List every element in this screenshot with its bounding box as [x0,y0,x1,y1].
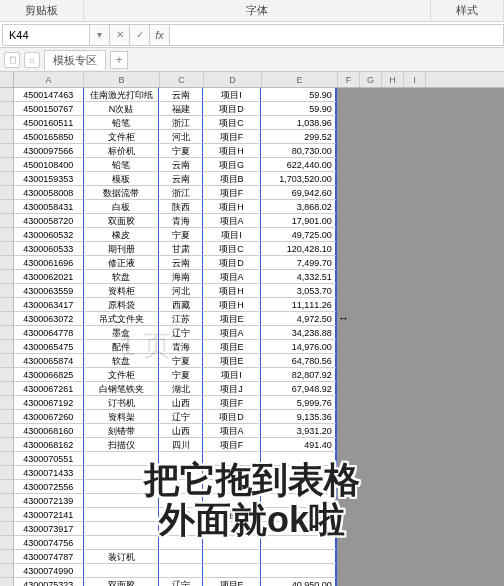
cell[interactable]: 海南 [159,270,203,284]
row-header[interactable] [0,270,14,284]
cell[interactable]: 项目A [203,424,261,438]
row-header[interactable] [0,200,14,214]
cell[interactable]: 4300072556 [14,480,84,494]
cell[interactable]: 4300072141 [14,508,84,522]
row-header[interactable] [0,340,14,354]
cell[interactable]: 4300066825 [14,368,84,382]
row-header[interactable] [0,382,14,396]
cell[interactable]: 4300065874 [14,354,84,368]
cell[interactable]: 宁夏 [159,228,203,242]
cell[interactable]: 4300075323 [14,578,84,586]
cell[interactable]: 4500150767 [14,102,84,116]
cell[interactable]: 山西 [159,396,203,410]
cell[interactable]: 数据流带 [84,186,160,200]
cell[interactable]: 7,499.70 [261,256,337,270]
cell[interactable]: 项目E [203,354,261,368]
cell[interactable]: 34,238.88 [261,326,337,340]
cell[interactable]: 佳南激光打印纸 [84,88,160,102]
cell[interactable]: 云南 [159,172,203,186]
cell[interactable]: 4300072139 [14,494,84,508]
row-header[interactable] [0,130,14,144]
cell[interactable]: 14,976.00 [261,340,337,354]
add-sheet-button[interactable]: + [110,51,128,69]
cell[interactable]: 资料架 [84,410,160,424]
tab-templates-icon[interactable]: ⌂ [24,52,40,68]
row-header[interactable] [0,578,14,586]
cell[interactable]: 622,440.00 [261,158,337,172]
cell[interactable] [84,466,160,480]
cell[interactable]: 9,135.36 [261,410,337,424]
cell[interactable] [203,452,261,466]
row-header[interactable] [0,298,14,312]
cell[interactable]: 59.90 [261,88,337,102]
cell[interactable]: 40,950.00 [261,578,337,586]
table-row[interactable]: 4500150767N次贴福建项目D59.90 [0,102,504,116]
row-header[interactable] [0,410,14,424]
cell[interactable]: 铅笔 [84,158,160,172]
cell[interactable] [203,494,261,508]
cell[interactable]: 项目F [203,438,261,452]
cell[interactable]: 4300067260 [14,410,84,424]
col-header-c[interactable]: C [160,72,204,87]
cell[interactable] [261,536,337,550]
cell[interactable]: 湖南 [159,508,203,522]
row-header[interactable] [0,368,14,382]
cell[interactable]: 4300058431 [14,200,84,214]
row-header[interactable] [0,452,14,466]
cell[interactable]: 湖北 [159,382,203,396]
cell[interactable]: 4300060532 [14,228,84,242]
grid-body[interactable]: 4500147463佳南激光打印纸云南项目I59.904500150767N次贴… [0,88,504,586]
cell[interactable]: 67,948.92 [261,382,337,396]
cell[interactable]: 辽宁 [159,326,203,340]
row-header[interactable] [0,480,14,494]
cell[interactable]: 4300063072 [14,312,84,326]
row-header[interactable] [0,102,14,116]
cell[interactable]: 491.40 [261,438,337,452]
col-header-b[interactable]: B [84,72,160,87]
cell[interactable]: 4300062021 [14,270,84,284]
cell[interactable]: 4300065475 [14,340,84,354]
cell[interactable]: 双面胶 [84,214,160,228]
col-header-a[interactable]: A [14,72,84,87]
table-row[interactable]: 4300074787装订机 [0,550,504,564]
table-row[interactable]: 4300068160刻错带山西项目A3,931.20 [0,424,504,438]
cell[interactable]: 4500165850 [14,130,84,144]
row-header[interactable] [0,172,14,186]
table-row[interactable]: 4300066825文件柜宁夏项目I82,807.92 [0,368,504,382]
cell[interactable]: 铅笔 [84,116,160,130]
cell[interactable]: 4300058720 [14,214,84,228]
cell[interactable] [159,480,203,494]
table-row[interactable]: 4300072139 [0,494,504,508]
cell[interactable]: 白板 [84,200,160,214]
cell[interactable] [159,536,203,550]
cell[interactable]: 江苏 [159,312,203,326]
row-header[interactable] [0,564,14,578]
row-header[interactable] [0,312,14,326]
cell[interactable]: 项目A [203,214,261,228]
row-header[interactable] [0,508,14,522]
cell[interactable] [261,550,337,564]
col-header-d[interactable]: D [204,72,262,87]
cell[interactable] [261,494,337,508]
cell[interactable]: 项目I [203,228,261,242]
cell[interactable]: 云南 [159,256,203,270]
cell[interactable]: 项目D [203,256,261,270]
cell[interactable]: 4300063559 [14,284,84,298]
cell[interactable]: 白钢笔铁夹 [84,382,160,396]
table-row[interactable]: 4300072556 [0,480,504,494]
cell[interactable] [84,536,160,550]
cell[interactable] [261,522,337,536]
cell[interactable]: 河北 [159,130,203,144]
table-row[interactable]: 4300067261白钢笔铁夹湖北项目J67,948.92 [0,382,504,396]
row-header[interactable] [0,144,14,158]
col-header-f[interactable]: F [338,72,360,87]
cell[interactable]: 17,901.00 [261,214,337,228]
table-row[interactable]: 4300058720双面胶青海项目A17,901.00 [0,214,504,228]
cell[interactable] [84,522,160,536]
cell[interactable]: 4300074756 [14,536,84,550]
cell[interactable]: 5,999.76 [261,396,337,410]
select-all-corner[interactable] [0,72,14,87]
table-row[interactable]: 4500147463佳南激光打印纸云南项目I59.90 [0,88,504,102]
cell[interactable]: 项目D [203,102,261,116]
name-box[interactable]: K44 [2,24,90,46]
